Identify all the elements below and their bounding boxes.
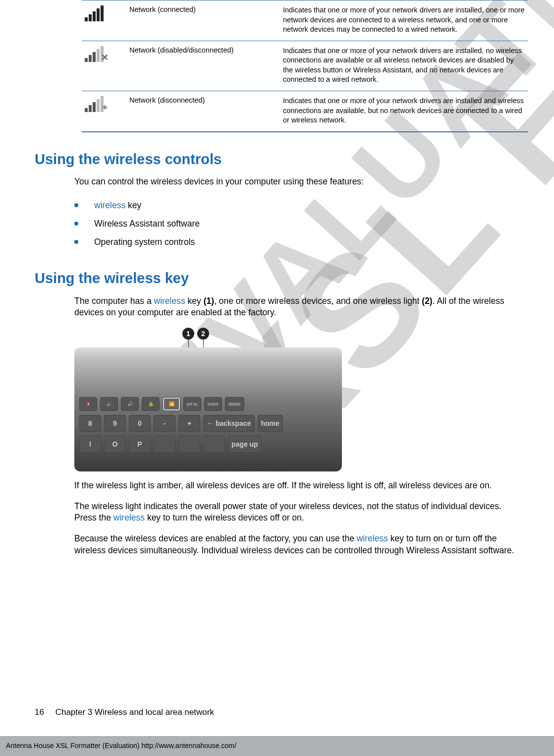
row-description: Indicates that one or more of your netwo… <box>280 91 528 131</box>
signal-bars-disconnected-icon: ✶ <box>85 96 106 111</box>
key <box>178 436 200 453</box>
key: + <box>178 415 200 432</box>
table-row: ✕ Network (disabled/disconnected) Indica… <box>82 41 528 91</box>
page-footer: 16 Chapter 3 Wireless and local area net… <box>35 707 214 717</box>
list-text: key <box>125 200 141 210</box>
keyboard-illustration: 1 2 🔇 🔉 🔊 🔒 📶 prt sc insert delete 8 9 0… <box>74 328 342 471</box>
table-row: ✶ Network (disconnected) Indicates that … <box>82 91 528 131</box>
list-item: Wireless Assistant software <box>74 215 519 233</box>
signal-bars-disabled-icon: ✕ <box>85 46 106 61</box>
callout-number: 1 <box>182 328 194 340</box>
key: ← backspace <box>203 415 255 432</box>
wireless-link[interactable]: wireless <box>154 296 185 306</box>
wireless-key: 📶 <box>163 397 180 411</box>
key: 9 <box>104 415 126 432</box>
callout-ref: (2) <box>422 296 432 306</box>
chapter-label: Chapter 3 Wireless and local area networ… <box>55 707 214 717</box>
section-heading-wireless-key: Using the wireless key <box>35 270 519 287</box>
row-description: Indicates that one or more of your netwo… <box>280 0 528 41</box>
text-run: The computer has a <box>74 296 154 306</box>
key: page up <box>228 436 262 453</box>
table-row: Network (connected) Indicates that one o… <box>82 0 528 41</box>
key <box>154 436 175 453</box>
callout-bubbles: 1 2 <box>182 328 209 340</box>
page-number: 16 <box>35 707 44 717</box>
key: 🔉 <box>100 397 118 411</box>
list-item: wireless key <box>74 196 519 215</box>
key <box>203 436 225 453</box>
key: insert <box>204 397 222 411</box>
keyboard-body: 🔇 🔉 🔊 🔒 📶 prt sc insert delete 8 9 0 - +… <box>74 348 342 471</box>
key: 🔇 <box>79 397 97 411</box>
text-run: key to turn the wireless devices off or … <box>145 513 304 523</box>
text-run: , one or more wireless devices, and one … <box>214 296 422 306</box>
callout-ref: (1) <box>204 296 214 306</box>
text-run: Because the wireless devices are enabled… <box>74 533 357 543</box>
key: delete <box>225 397 244 411</box>
key: I <box>79 436 101 453</box>
row-label: Network (disconnected) <box>126 91 280 131</box>
key: 0 <box>129 415 151 432</box>
text-run: key <box>185 296 204 306</box>
row-label: Network (disabled/disconnected) <box>126 41 280 91</box>
paragraph: Because the wireless devices are enabled… <box>74 533 519 556</box>
paragraph: If the wireless light is amber, all wire… <box>74 480 519 492</box>
list-item: Operating system controls <box>74 233 519 251</box>
key: P <box>129 436 151 453</box>
key: 8 <box>79 415 101 432</box>
row-label: Network (connected) <box>126 0 280 41</box>
network-status-table: Network (connected) Indicates that one o… <box>82 0 528 132</box>
key: 🔒 <box>142 397 160 411</box>
feature-list: wireless key Wireless Assistant software… <box>74 196 519 251</box>
key: 🔊 <box>121 397 139 411</box>
section-heading-controls: Using the wireless controls <box>35 151 519 168</box>
wireless-link[interactable]: wireless <box>113 513 145 523</box>
paragraph: The wireless light indicates the overall… <box>74 501 519 524</box>
key: prt sc <box>183 397 201 411</box>
wireless-link[interactable]: wireless <box>357 533 388 543</box>
callout-number: 2 <box>197 328 209 340</box>
evaluation-bar: Antenna House XSL Formatter (Evaluation)… <box>0 736 554 756</box>
key: - <box>154 415 175 432</box>
paragraph: The computer has a wireless key (1), one… <box>74 295 519 319</box>
wireless-link[interactable]: wireless <box>94 200 125 210</box>
signal-bars-icon <box>85 5 106 20</box>
row-description: Indicates that one or more of your netwo… <box>280 41 528 91</box>
key: O <box>104 436 126 453</box>
key: home <box>258 415 283 432</box>
intro-paragraph: You can control the wireless devices in … <box>74 176 519 188</box>
page-content: Network (connected) Indicates that one o… <box>0 0 554 556</box>
